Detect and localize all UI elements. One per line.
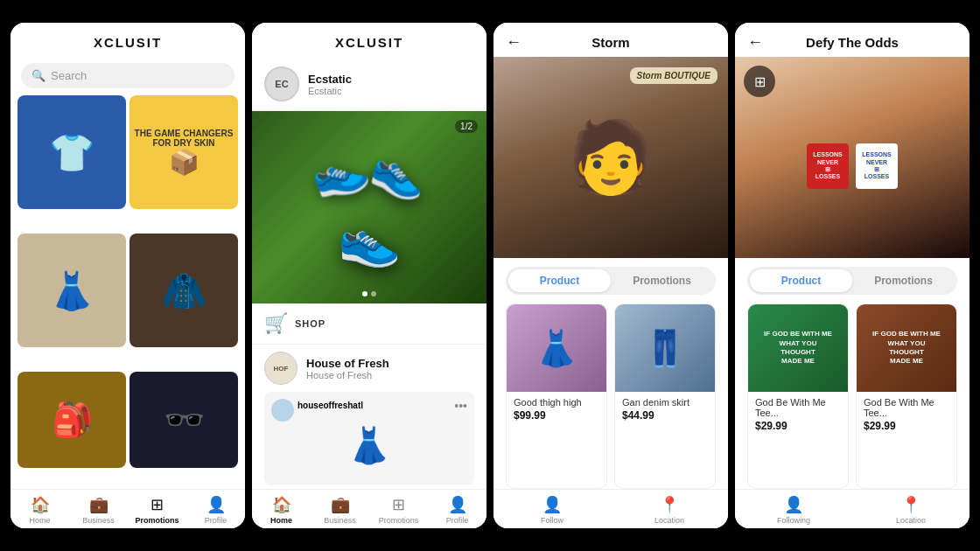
shop-label: SHOP (295, 318, 326, 329)
tab-promotions-4[interactable]: Promotions (852, 269, 955, 292)
dot-1 (362, 291, 368, 296)
screen3-title: Storm (592, 35, 629, 50)
home-icon-active: 🏠 (272, 495, 291, 514)
ecstatic-avatar: EC (264, 66, 299, 101)
tab-promotions-3[interactable]: Promotions (611, 269, 713, 292)
nav-profile-1[interactable]: 👤 Profile (186, 495, 245, 525)
nav-home-1[interactable]: 🏠 Home (10, 495, 69, 525)
nav-business-2[interactable]: 💼 Business (311, 495, 369, 525)
dot-2 (371, 291, 376, 296)
profile-icon-2: 👤 (448, 495, 467, 514)
product-info-3: God Be With Me Tee... $29.99 (748, 392, 848, 437)
following-button-4[interactable]: 👤 Following (735, 495, 852, 525)
screen-1: XCLUSIT 🔍 Search 👕 THE GAME CHANGERS FOR… (10, 23, 245, 528)
nav-home-label-2: Home (270, 516, 292, 525)
follow-button-3[interactable]: 👤 Follow (494, 495, 611, 525)
store-name: House of Fresh (306, 357, 389, 370)
product-name-1: Good thigh high (514, 397, 599, 408)
screen1-header: XCLUSIT (10, 23, 245, 58)
hero-people: LESSONSNEVER⊞LOSSES LESSONSNEVER⊞LOSSES (807, 126, 898, 189)
person-shirt-2: LESSONSNEVER⊞LOSSES (856, 126, 898, 189)
sneaker-pair-top: 👟 👟 (311, 146, 428, 199)
defy-logo: ⊞ (744, 66, 775, 97)
back-arrow-4[interactable]: ← (747, 33, 763, 52)
product-name-3: God Be With Me Tee... (755, 397, 841, 418)
store-row[interactable]: HOF House of Fresh House of Fresh (252, 344, 486, 392)
feed-image: 👗 (347, 411, 391, 466)
back-arrow-3[interactable]: ← (506, 33, 522, 52)
screen3-header: ← Storm (494, 23, 728, 57)
promotions-icon-2: ⊞ (392, 495, 405, 514)
location-button-3[interactable]: 📍 Location (611, 495, 728, 525)
product-card-4[interactable]: IF GOD BE WITH MEWHAT YOUTHOUGHTMADE ME … (856, 303, 957, 489)
profile-text: Ecstatic Ecstatic (308, 73, 352, 96)
tab-product-4[interactable]: Product (750, 269, 852, 292)
home-icon: 🏠 (31, 495, 50, 514)
nav-profile-label-2: Profile (446, 516, 469, 525)
more-options-icon[interactable]: ••• (454, 399, 467, 413)
product-price-1: $99.99 (514, 409, 599, 422)
product-name-2: Gan denim skirt (622, 397, 708, 408)
follow-label: Follow (541, 516, 564, 525)
product-price-2: $44.99 (622, 409, 708, 422)
red-shirt: LESSONSNEVER⊞LOSSES (807, 143, 849, 189)
feed-preview[interactable]: houseoffreshatl ••• 👗 (264, 392, 474, 485)
promotions-icon-active: ⊞ (150, 495, 164, 514)
profile-name: Ecstatic (308, 73, 352, 86)
screen-2: XCLUSIT EC Ecstatic Ecstatic 👟 👟 👟 1/2 (252, 23, 486, 528)
screen4-header: ← Defy The Odds (735, 23, 970, 57)
search-bar[interactable]: 🔍 Search (21, 63, 234, 88)
image-dots (362, 291, 376, 296)
defy-hero-image: ⊞ LESSONSNEVER⊞LOSSES LESSONSNEVER⊞LOSSE… (735, 57, 970, 258)
grid-item-1[interactable]: 👕 (18, 95, 126, 209)
following-label: Following (777, 516, 810, 525)
grid-item-6[interactable]: 🕶️ (130, 372, 238, 468)
screen3-bottom-nav: 👤 Follow 📍 Location (494, 489, 728, 528)
grid-item-4[interactable]: 🧥 (130, 234, 238, 347)
screen2-title: XCLUSIT (335, 35, 403, 50)
nav-promotions-2[interactable]: ⊞ Promotions (369, 495, 428, 525)
product-price-4: $29.99 (864, 420, 949, 432)
shop-section: 🛒 SHOP (252, 303, 486, 344)
sneaker-display: 👟 👟 👟 (302, 137, 437, 278)
shirt-text-2: LESSONSNEVER⊞LOSSES (862, 151, 891, 181)
nav-home-2-active[interactable]: 🏠 Home (252, 495, 311, 525)
product-card-3[interactable]: IF GOD BE WITH MEWHAT YOUTHOUGHTMADE ME … (747, 303, 849, 489)
profile-sub: Ecstatic (308, 86, 352, 96)
hero-bg: 🧑 Storm BOUTIQUE (494, 57, 728, 258)
image-counter: 1/2 (455, 120, 478, 133)
storm-boutique-badge: Storm BOUTIQUE (630, 67, 718, 84)
nav-business-label-2: Business (324, 516, 356, 525)
product-info-1: Good thigh high $99.99 (507, 392, 606, 427)
location-button-4[interactable]: 📍 Location (852, 495, 970, 525)
screen4-title: Defy The Odds (806, 35, 899, 50)
grid-item-5[interactable]: 🎒 (18, 372, 126, 468)
nav-business-label: Business (82, 516, 115, 525)
location-icon-3: 📍 (660, 495, 679, 514)
product-photo-1: 👗 (535, 328, 578, 369)
screen2-header: XCLUSIT (252, 23, 486, 58)
screen-3: ← Storm 🧑 Storm BOUTIQUE Product Promoti… (494, 23, 728, 528)
nav-business-1[interactable]: 💼 Business (69, 495, 128, 525)
nav-promotions-label: Promotions (135, 516, 178, 525)
screen4-tabs: Product Promotions (747, 267, 957, 295)
product-card-1[interactable]: 👗 Good thigh high $99.99 (506, 303, 607, 489)
shirt-text-1: LESSONSNEVER⊞LOSSES (813, 151, 842, 181)
grid-item-3[interactable]: 👗 (18, 234, 126, 347)
location-label-3: Location (654, 516, 684, 525)
white-shirt: LESSONSNEVER⊞LOSSES (856, 143, 898, 189)
product-card-2[interactable]: 👖 Gan denim skirt $44.99 (614, 303, 716, 489)
sneaker-image[interactable]: 👟 👟 👟 1/2 (252, 111, 486, 303)
tab-product-3[interactable]: Product (508, 269, 611, 292)
nav-profile-2[interactable]: 👤 Profile (428, 495, 486, 525)
screen3-products: 👗 Good thigh high $99.99 👖 Gan denim ski… (494, 303, 728, 489)
profile-icon: 👤 (206, 495, 226, 514)
product-image-4: IF GOD BE WITH MEWHAT YOUTHOUGHTMADE ME (857, 304, 956, 392)
feed-username: houseoffreshatl (298, 401, 363, 410)
product-price-3: $29.99 (755, 420, 841, 432)
screen2-profile: EC Ecstatic Ecstatic (252, 58, 486, 111)
person-shirt-1: LESSONSNEVER⊞LOSSES (807, 126, 849, 189)
nav-promotions-1[interactable]: ⊞ Promotions (128, 495, 186, 525)
product-text-3: IF GOD BE WITH MEWHAT YOUTHOUGHTMADE ME (764, 330, 832, 366)
grid-item-2[interactable]: THE GAME CHANGERS FOR DRY SKIN 📦 (130, 95, 238, 209)
